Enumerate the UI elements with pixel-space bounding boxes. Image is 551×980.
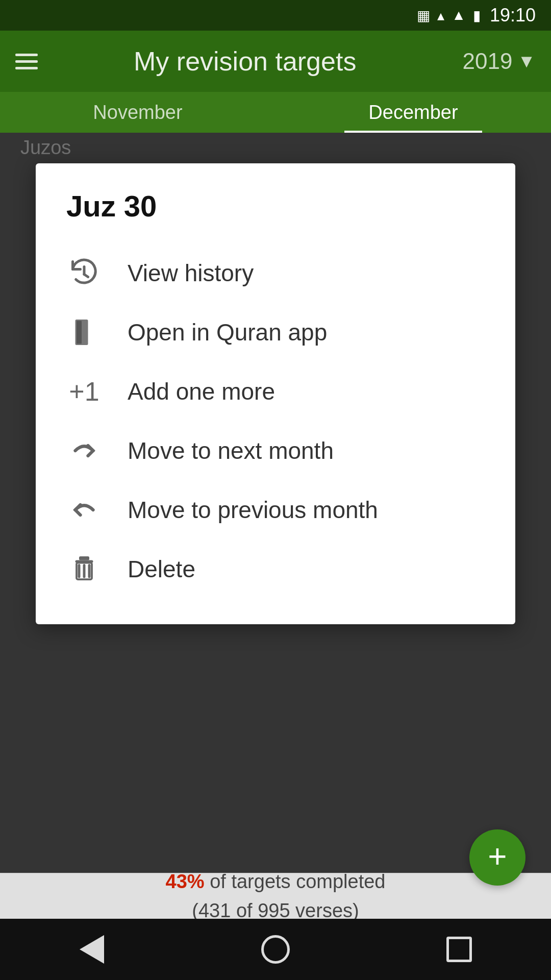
battery-icon: ▮ — [473, 7, 481, 24]
nav-recents-button[interactable] — [439, 929, 480, 970]
navigation-bar — [0, 919, 551, 980]
year-text: 2019 — [462, 48, 512, 74]
svg-rect-7 — [83, 564, 86, 578]
menu-item-view-history[interactable]: View history — [66, 243, 485, 303]
menu-item-label: Move to next month — [128, 437, 334, 464]
back-icon — [80, 935, 104, 964]
svg-rect-3 — [77, 321, 82, 344]
svg-line-1 — [84, 275, 88, 277]
svg-rect-8 — [88, 564, 91, 578]
nav-back-button[interactable] — [71, 929, 112, 970]
delete-icon — [66, 554, 102, 584]
completion-text: 43% of targets completed (431 of 995 ver… — [166, 867, 386, 925]
menu-item-move-next[interactable]: Move to next month — [66, 421, 485, 480]
arrow-forward-icon — [66, 435, 102, 466]
menu-item-label: Delete — [128, 555, 195, 583]
plus-one-icon: +1 — [66, 376, 102, 407]
menu-item-move-prev[interactable]: Move to previous month — [66, 480, 485, 540]
signal-icon: ▲ — [452, 7, 466, 23]
menu-item-label: Add one more — [128, 378, 275, 405]
recents-icon — [446, 937, 472, 962]
completion-bar: 43% of targets completed (431 of 995 ver… — [0, 873, 551, 919]
menu-item-add-one-more[interactable]: +1 Add one more — [66, 362, 485, 421]
tab-december[interactable]: December — [276, 92, 551, 133]
status-bar: ▦ ▴ ▲ ▮ 19:10 — [0, 0, 551, 31]
svg-rect-6 — [78, 564, 81, 578]
fab-plus-icon: + — [488, 840, 507, 873]
completion-verses: (431 of 995 verses) — [192, 900, 359, 921]
completion-percent: 43% — [166, 871, 205, 892]
app-bar: My revision targets 2019 ▼ — [0, 31, 551, 92]
book-icon — [66, 317, 102, 348]
menu-item-delete[interactable]: Delete — [66, 540, 485, 599]
menu-item-label: Open in Quran app — [128, 318, 327, 346]
tab-november[interactable]: November — [0, 92, 276, 133]
context-menu-title: Juz 30 — [66, 189, 485, 223]
nav-home-button[interactable] — [255, 929, 296, 970]
chevron-down-icon: ▼ — [517, 51, 536, 72]
completion-of-targets: of targets completed — [205, 871, 386, 892]
svg-rect-4 — [79, 556, 89, 560]
menu-item-label: Move to previous month — [128, 496, 378, 524]
vibrate-icon: ▦ — [417, 7, 430, 24]
fab-add-button[interactable]: + — [469, 829, 525, 886]
hamburger-menu[interactable] — [15, 54, 38, 69]
home-icon — [261, 935, 290, 964]
arrow-back-icon — [66, 495, 102, 525]
menu-item-open-quran[interactable]: Open in Quran app — [66, 303, 485, 362]
status-icons: ▦ ▴ ▲ ▮ — [417, 7, 481, 24]
wifi-icon: ▴ — [437, 7, 444, 24]
history-icon — [66, 258, 102, 288]
month-tabs: November December — [0, 92, 551, 133]
context-menu-dialog: Juz 30 View history Open in Quran app +1… — [36, 163, 515, 624]
status-time: 19:10 — [490, 5, 536, 26]
year-selector[interactable]: 2019 ▼ — [462, 48, 536, 74]
menu-item-label: View history — [128, 259, 254, 287]
app-title: My revision targets — [43, 46, 447, 77]
